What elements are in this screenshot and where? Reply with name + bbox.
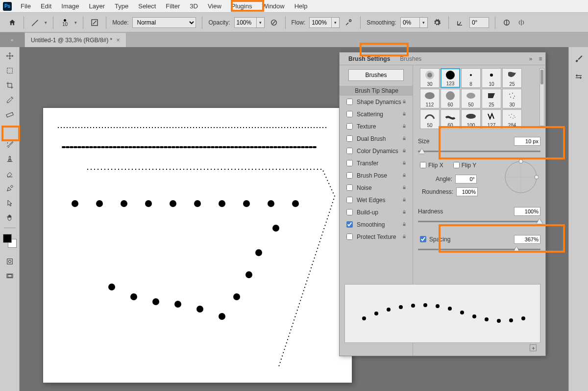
menu-plugins[interactable]: Plugins (226, 1, 257, 11)
opt-texture[interactable]: Texture (340, 120, 413, 132)
spacing-field[interactable] (514, 235, 540, 244)
opt-build-up[interactable]: Build-up (340, 206, 413, 218)
gear-icon[interactable] (432, 17, 442, 28)
hand-tool[interactable] (3, 211, 17, 225)
home-icon[interactable] (7, 17, 18, 28)
history-brush-tool[interactable] (3, 137, 17, 151)
menu-type[interactable]: Type (110, 1, 133, 11)
brush-thumb[interactable]: 30 (420, 68, 440, 88)
tab-brush-settings[interactable]: Brush Settings (343, 53, 395, 65)
menu-layer[interactable]: Layer (84, 1, 110, 11)
tool-preset-icon[interactable] (30, 17, 41, 28)
quickmask-tool[interactable] (3, 255, 17, 268)
eyedropper-tool[interactable] (3, 93, 17, 107)
crop-tool[interactable] (3, 78, 17, 92)
opt-smoothing[interactable]: Smoothing (340, 218, 413, 231)
opt-dual-brush[interactable]: Dual Brush (340, 132, 413, 145)
brush-thumb[interactable]: 112 (420, 89, 440, 108)
lock-icon[interactable] (402, 160, 409, 167)
spacing-checkbox[interactable] (420, 236, 426, 242)
lock-icon[interactable] (402, 197, 409, 204)
lock-icon[interactable] (402, 172, 409, 179)
opt-color-dynamics[interactable]: Color Dynamics (340, 145, 413, 157)
smoothing-field[interactable] (400, 17, 420, 28)
opt-shape-dynamics[interactable]: Shape Dynamics (340, 96, 413, 108)
brush-tool[interactable] (3, 123, 17, 136)
lock-icon[interactable] (402, 209, 409, 216)
panel-collapse-icon[interactable]: » (526, 55, 536, 62)
opt-wet-edges[interactable]: Wet Edges (340, 194, 413, 206)
brush-preset-picker[interactable]: 10 (59, 17, 71, 28)
tab-brushes[interactable]: Brushes (395, 53, 426, 65)
pen-tool[interactable] (3, 182, 17, 195)
brush-thumb[interactable]: 127 (482, 109, 501, 129)
size-slider[interactable] (418, 148, 540, 155)
thumb-scrollbar[interactable] (539, 68, 544, 126)
brush-thumb[interactable]: 30 (502, 89, 522, 108)
path-select-tool[interactable] (3, 196, 17, 210)
screenmode-tool[interactable] (3, 269, 17, 283)
panel-menu-icon[interactable]: ≡ (536, 55, 545, 62)
menu-file[interactable]: File (16, 1, 36, 11)
lock-icon[interactable] (402, 111, 409, 118)
menu-filter[interactable]: Filter (161, 1, 185, 11)
opt-noise[interactable]: Noise (340, 182, 413, 194)
brush-thumb[interactable]: 25 (502, 68, 522, 88)
brush-thumb[interactable]: 8 (461, 68, 481, 88)
stamp-tool[interactable] (3, 152, 17, 166)
mode-dropdown[interactable]: Normal (132, 17, 196, 28)
lock-icon[interactable] (402, 221, 409, 228)
opt-scattering[interactable]: Scattering (340, 108, 413, 120)
angle-field[interactable] (469, 17, 489, 28)
lock-icon[interactable] (402, 99, 409, 105)
color-swatches[interactable] (3, 234, 17, 248)
brush-thumb[interactable]: 60 (441, 109, 460, 129)
close-icon[interactable]: × (116, 36, 120, 44)
lock-icon[interactable] (402, 123, 409, 130)
brush-thumb[interactable]: 100 (461, 109, 481, 129)
lock-icon[interactable] (402, 234, 409, 240)
menu-select[interactable]: Select (133, 1, 161, 11)
lock-icon[interactable] (402, 135, 409, 142)
pressure-opacity-icon[interactable] (269, 17, 279, 28)
airbrush-icon[interactable] (343, 17, 354, 28)
flipx-checkbox[interactable] (420, 162, 426, 168)
eraser-tool[interactable] (3, 167, 17, 181)
menu-edit[interactable]: Edit (36, 1, 56, 11)
brush-panel-icon[interactable] (572, 52, 585, 65)
toolbar-collapse-icon[interactable]: » (0, 32, 24, 47)
symmetry-icon[interactable] (516, 17, 527, 28)
brush-thumb[interactable]: 60 (441, 89, 460, 108)
menu-image[interactable]: Image (56, 1, 84, 11)
opt-protect-texture[interactable]: Protect Texture (340, 231, 413, 243)
angle-wheel[interactable] (503, 159, 539, 195)
marquee-tool[interactable] (3, 64, 17, 78)
menu-help[interactable]: Help (290, 1, 313, 11)
menu-window[interactable]: Window (257, 1, 289, 11)
menu-view[interactable]: View (203, 1, 226, 11)
size-field[interactable] (514, 137, 540, 146)
brush-thumb[interactable]: 123 (441, 68, 460, 88)
opt-transfer[interactable]: Transfer (340, 157, 413, 169)
brush-tip-shape-row[interactable]: Brush Tip Shape (340, 86, 413, 96)
brushes-button[interactable]: Brushes (348, 69, 404, 81)
pressure-size-icon[interactable] (501, 17, 512, 28)
brush-settings-toggle-icon[interactable] (89, 17, 100, 28)
angle-icon[interactable] (455, 17, 466, 28)
brush-thumb[interactable]: 50 (461, 89, 481, 108)
new-preset-icon[interactable]: ＋ (530, 344, 537, 351)
opacity-field[interactable] (234, 17, 257, 28)
flow-field[interactable] (309, 17, 332, 28)
opt-brush-pose[interactable]: Brush Pose (340, 169, 413, 182)
brush-thumb[interactable]: 284 (502, 109, 522, 129)
flipy-checkbox[interactable] (453, 162, 460, 168)
ruler-tool[interactable] (3, 108, 17, 122)
canvas[interactable] (43, 108, 352, 383)
canvas-area[interactable]: Brush Settings Brushes » ≡ Brushes Brush… (20, 47, 568, 391)
move-tool[interactable] (3, 49, 17, 63)
lock-icon[interactable] (402, 148, 409, 155)
brush-thumb[interactable]: 10 (482, 68, 501, 88)
angle-field2[interactable] (455, 175, 477, 183)
spacing-slider[interactable] (418, 246, 540, 253)
brush-thumb[interactable]: 50 (420, 109, 440, 129)
